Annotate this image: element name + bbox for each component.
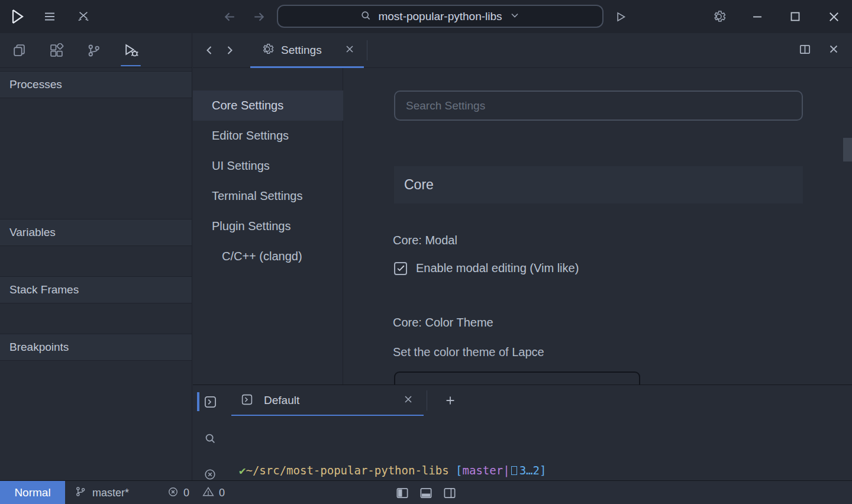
settings-nav-plugin[interactable]: Plugin Settings [193, 211, 343, 241]
tab-divider [367, 40, 367, 60]
error-count: 0 [183, 487, 189, 499]
settings-content: Core Core: Modal Enable modal editing (V… [344, 68, 852, 385]
chevron-down-icon [509, 9, 521, 24]
panel-switcher [0, 33, 192, 68]
tab-forward-icon[interactable] [220, 43, 240, 57]
debug-section-breakpoints[interactable]: Breakpoints [0, 334, 192, 361]
toggle-left-panel-icon[interactable] [396, 486, 409, 500]
remote-connection-icon[interactable] [77, 0, 90, 33]
editor-area: Settings Core Settings Editor Settings [193, 33, 852, 385]
debug-section-variables[interactable]: Variables [0, 219, 192, 246]
setting-title-color-theme: Core: Color Theme [393, 316, 493, 329]
setting-title-modal: Core: Modal [393, 234, 457, 247]
modal-editing-label: Enable modal editing (Vim like) [416, 261, 579, 275]
debug-section-processes[interactable]: Processes [0, 71, 192, 98]
terminal-tab-default[interactable]: Default [231, 385, 424, 416]
search-icon [360, 9, 372, 24]
git-branch-icon [75, 486, 86, 500]
titlebar: most-popular-python-libs [0, 0, 852, 33]
plugins-icon[interactable] [47, 33, 65, 67]
settings-nav-core[interactable]: Core Settings [193, 91, 343, 121]
settings-nav: Core Settings Editor Settings UI Setting… [193, 68, 343, 385]
terminal-tabbar: Default [225, 385, 457, 416]
panel-toggle-group [396, 481, 457, 504]
tab-close-icon[interactable] [344, 43, 356, 57]
lapce-logo-icon [8, 0, 26, 33]
debug-section-stack-frames[interactable]: Stack Frames [0, 276, 192, 303]
error-icon [167, 486, 179, 500]
prompt-branch: master [463, 464, 504, 477]
file-explorer-icon[interactable] [10, 33, 28, 67]
terminal-active-indicator [197, 392, 199, 411]
prompt-counts: 3…2 [519, 464, 540, 477]
tab-label: Settings [281, 44, 337, 57]
terminal-icon[interactable] [204, 395, 217, 411]
toggle-bottom-panel-icon[interactable] [419, 486, 433, 500]
terminal-tab-label: Default [264, 394, 392, 407]
toggle-right-panel-icon[interactable] [443, 486, 457, 500]
debug-icon[interactable] [122, 33, 140, 67]
prompt-check: ✔ [239, 464, 246, 477]
settings-nav-ui[interactable]: UI Settings [193, 151, 343, 181]
terminal-active-tab-underline [231, 415, 424, 416]
missing-glyph-box [511, 466, 517, 475]
workspace-selector[interactable]: most-popular-python-libs [277, 5, 604, 28]
window-minimize-button[interactable] [750, 0, 764, 33]
settings-nav-terminal[interactable]: Terminal Settings [193, 181, 343, 211]
branch-name: master* [92, 487, 129, 499]
statusbar-problems[interactable]: 0 0 [167, 481, 225, 504]
lapce-window: most-popular-python-libs [0, 0, 852, 504]
statusbar-branch[interactable]: master* [75, 481, 129, 504]
window-close-button[interactable] [827, 0, 841, 33]
editor-tabbar: Settings [193, 33, 852, 68]
workspace-name: most-popular-python-libs [378, 10, 502, 23]
terminal-search-icon[interactable] [204, 432, 217, 447]
new-terminal-icon[interactable] [444, 394, 457, 407]
mode-indicator[interactable]: Normal [0, 481, 65, 504]
modal-editing-checkbox[interactable] [394, 262, 407, 275]
source-control-icon[interactable] [85, 33, 102, 67]
terminal-tab-divider [427, 390, 427, 411]
run-button[interactable] [614, 0, 627, 33]
debug-panel: Processes Variables Stack Frames Breakpo… [0, 33, 192, 480]
terminal-panel: Default ✔~/src/most-popular-python-libs … [193, 385, 852, 480]
window-maximize-button[interactable] [788, 0, 802, 33]
statusbar: Normal master* 0 0 [0, 480, 852, 504]
tab-settings[interactable]: Settings [250, 33, 364, 68]
settings-nav-clangd[interactable]: C/C++ (clangd) [193, 241, 343, 272]
terminal-side-strip [193, 385, 225, 481]
warning-icon [202, 486, 214, 500]
settings-page: Core Settings Editor Settings UI Setting… [193, 68, 852, 385]
menu-icon[interactable] [43, 0, 57, 33]
settings-search-input[interactable] [394, 91, 803, 121]
color-theme-dropdown[interactable] [394, 371, 640, 385]
history-back-icon[interactable] [222, 0, 237, 33]
settings-nav-editor[interactable]: Editor Settings [193, 121, 343, 151]
history-forward-icon[interactable] [251, 0, 266, 33]
settings-section-header: Core [394, 166, 803, 203]
split-editor-icon[interactable] [798, 43, 812, 59]
active-panel-underline [121, 65, 141, 67]
setting-desc-color-theme: Set the color theme of Lapce [393, 345, 544, 359]
terminal-tab-close-icon[interactable] [402, 393, 414, 408]
settings-gear-icon[interactable] [712, 0, 726, 33]
prompt-path: ~/src/most-popular-python-libs [246, 464, 448, 477]
settings-scrollbar-thumb[interactable] [843, 138, 852, 161]
close-editor-icon[interactable] [827, 43, 840, 58]
tabbar-actions [798, 43, 852, 59]
terminal-line-1: ✔~/src/most-popular-python-libs [master|… [239, 461, 546, 480]
modal-editing-setting[interactable]: Enable modal editing (Vim like) [394, 261, 579, 275]
settings-tab-gear-icon [261, 43, 274, 58]
warning-count: 0 [219, 487, 225, 499]
terminal-tab-icon [241, 393, 253, 408]
tab-back-icon[interactable] [199, 43, 220, 57]
